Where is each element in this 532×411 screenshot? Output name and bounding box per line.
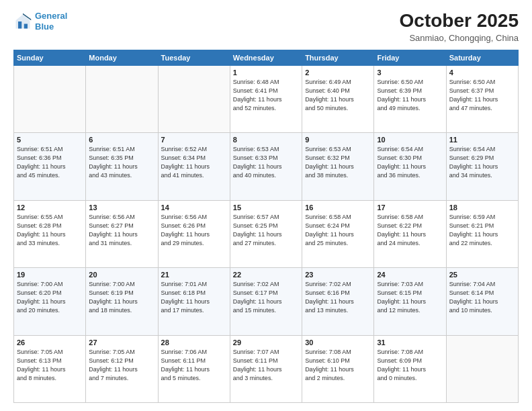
day-number: 18	[449, 203, 515, 212]
day-info: Sunrise: 6:49 AM Sunset: 6:40 PM Dayligh…	[305, 78, 371, 113]
day-cell: 20Sunrise: 7:00 AM Sunset: 6:19 PM Dayli…	[86, 268, 158, 335]
day-cell: 17Sunrise: 6:58 AM Sunset: 6:22 PM Dayli…	[374, 200, 446, 267]
day-info: Sunrise: 7:06 AM Sunset: 6:11 PM Dayligh…	[161, 348, 227, 383]
weekday-header-monday: Monday	[86, 50, 158, 65]
day-number: 21	[161, 271, 227, 279]
day-cell: 22Sunrise: 7:02 AM Sunset: 6:17 PM Dayli…	[230, 268, 302, 335]
day-number: 11	[449, 136, 515, 144]
day-number: 20	[89, 271, 154, 279]
day-number: 19	[17, 271, 83, 279]
day-info: Sunrise: 6:54 AM Sunset: 6:30 PM Dayligh…	[377, 145, 443, 180]
day-cell: 28Sunrise: 7:06 AM Sunset: 6:11 PM Dayli…	[158, 335, 230, 402]
week-row-1: 1Sunrise: 6:48 AM Sunset: 6:41 PM Daylig…	[14, 65, 519, 132]
day-number: 6	[89, 136, 154, 144]
day-cell: 7Sunrise: 6:52 AM Sunset: 6:34 PM Daylig…	[158, 133, 230, 200]
day-cell: 15Sunrise: 6:57 AM Sunset: 6:25 PM Dayli…	[230, 200, 302, 267]
day-number: 15	[233, 203, 299, 212]
day-number: 13	[89, 203, 154, 212]
day-info: Sunrise: 7:00 AM Sunset: 6:19 PM Dayligh…	[89, 280, 154, 315]
day-number: 25	[449, 271, 515, 279]
week-row-4: 19Sunrise: 7:00 AM Sunset: 6:20 PM Dayli…	[14, 268, 519, 335]
day-cell: 24Sunrise: 7:03 AM Sunset: 6:15 PM Dayli…	[374, 268, 446, 335]
day-info: Sunrise: 7:05 AM Sunset: 6:12 PM Dayligh…	[89, 348, 154, 383]
day-info: Sunrise: 6:59 AM Sunset: 6:21 PM Dayligh…	[449, 213, 515, 248]
day-info: Sunrise: 7:04 AM Sunset: 6:14 PM Dayligh…	[449, 280, 515, 315]
day-cell	[446, 335, 518, 402]
logo-text: General Blue	[35, 11, 67, 32]
day-info: Sunrise: 6:58 AM Sunset: 6:22 PM Dayligh…	[377, 213, 443, 248]
day-number: 2	[305, 68, 371, 77]
day-info: Sunrise: 6:50 AM Sunset: 6:39 PM Dayligh…	[377, 78, 443, 113]
day-cell: 31Sunrise: 7:08 AM Sunset: 6:09 PM Dayli…	[374, 335, 446, 402]
day-number: 24	[377, 271, 443, 279]
day-info: Sunrise: 6:48 AM Sunset: 6:41 PM Dayligh…	[233, 78, 299, 113]
day-info: Sunrise: 6:53 AM Sunset: 6:32 PM Dayligh…	[305, 145, 371, 180]
day-number: 28	[161, 338, 227, 347]
weekday-header-wednesday: Wednesday	[230, 50, 302, 65]
day-info: Sunrise: 6:53 AM Sunset: 6:33 PM Dayligh…	[233, 145, 299, 180]
day-info: Sunrise: 7:00 AM Sunset: 6:20 PM Dayligh…	[17, 280, 83, 315]
week-row-3: 12Sunrise: 6:55 AM Sunset: 6:28 PM Dayli…	[14, 200, 519, 267]
day-cell: 27Sunrise: 7:05 AM Sunset: 6:12 PM Dayli…	[86, 335, 158, 402]
day-number: 29	[233, 338, 299, 347]
calendar-table: SundayMondayTuesdayWednesdayThursdayFrid…	[13, 50, 519, 403]
day-cell: 23Sunrise: 7:02 AM Sunset: 6:16 PM Dayli…	[302, 268, 374, 335]
day-cell	[14, 65, 86, 132]
day-info: Sunrise: 6:56 AM Sunset: 6:26 PM Dayligh…	[161, 213, 227, 248]
day-number: 22	[233, 271, 299, 279]
day-number: 31	[377, 338, 443, 347]
day-cell	[158, 65, 230, 132]
day-info: Sunrise: 7:07 AM Sunset: 6:11 PM Dayligh…	[233, 348, 299, 383]
weekday-header-friday: Friday	[374, 50, 446, 65]
day-cell: 10Sunrise: 6:54 AM Sunset: 6:30 PM Dayli…	[374, 133, 446, 200]
day-number: 16	[305, 203, 371, 212]
day-info: Sunrise: 7:01 AM Sunset: 6:18 PM Dayligh…	[161, 280, 227, 315]
day-cell: 1Sunrise: 6:48 AM Sunset: 6:41 PM Daylig…	[230, 65, 302, 132]
day-info: Sunrise: 7:03 AM Sunset: 6:15 PM Dayligh…	[377, 280, 443, 315]
location-subtitle: Sanmiao, Chongqing, China	[400, 33, 519, 43]
day-info: Sunrise: 6:50 AM Sunset: 6:37 PM Dayligh…	[449, 78, 515, 113]
day-cell: 29Sunrise: 7:07 AM Sunset: 6:11 PM Dayli…	[230, 335, 302, 402]
day-cell: 16Sunrise: 6:58 AM Sunset: 6:24 PM Dayli…	[302, 200, 374, 267]
day-info: Sunrise: 6:56 AM Sunset: 6:27 PM Dayligh…	[89, 213, 154, 248]
day-number: 5	[17, 136, 83, 144]
day-info: Sunrise: 6:52 AM Sunset: 6:34 PM Dayligh…	[161, 145, 227, 180]
day-cell: 5Sunrise: 6:51 AM Sunset: 6:36 PM Daylig…	[14, 133, 86, 200]
day-info: Sunrise: 6:51 AM Sunset: 6:36 PM Dayligh…	[17, 145, 83, 180]
day-number: 3	[377, 68, 443, 77]
day-info: Sunrise: 7:08 AM Sunset: 6:09 PM Dayligh…	[377, 348, 443, 383]
svg-marker-1	[16, 14, 30, 28]
day-number: 12	[17, 203, 83, 212]
day-cell: 12Sunrise: 6:55 AM Sunset: 6:28 PM Dayli…	[14, 200, 86, 267]
day-cell: 30Sunrise: 7:08 AM Sunset: 6:10 PM Dayli…	[302, 335, 374, 402]
weekday-header-tuesday: Tuesday	[158, 50, 230, 65]
day-cell: 9Sunrise: 6:53 AM Sunset: 6:32 PM Daylig…	[302, 133, 374, 200]
day-cell: 3Sunrise: 6:50 AM Sunset: 6:39 PM Daylig…	[374, 65, 446, 132]
day-info: Sunrise: 7:02 AM Sunset: 6:17 PM Dayligh…	[233, 280, 299, 315]
day-info: Sunrise: 6:58 AM Sunset: 6:24 PM Dayligh…	[305, 213, 371, 248]
day-number: 27	[89, 338, 154, 347]
page: General Blue October 2025 Sanmiao, Chong…	[0, 0, 532, 411]
day-cell: 18Sunrise: 6:59 AM Sunset: 6:21 PM Dayli…	[446, 200, 518, 267]
weekday-header-saturday: Saturday	[446, 50, 518, 65]
day-cell: 13Sunrise: 6:56 AM Sunset: 6:27 PM Dayli…	[86, 200, 158, 267]
month-title: October 2025	[400, 11, 519, 32]
day-cell	[86, 65, 158, 132]
day-number: 26	[17, 338, 83, 347]
day-info: Sunrise: 6:55 AM Sunset: 6:28 PM Dayligh…	[17, 213, 83, 248]
day-number: 9	[305, 136, 371, 144]
day-number: 1	[233, 68, 299, 77]
day-cell: 26Sunrise: 7:05 AM Sunset: 6:13 PM Dayli…	[14, 335, 86, 402]
weekday-header-thursday: Thursday	[302, 50, 374, 65]
day-cell: 4Sunrise: 6:50 AM Sunset: 6:37 PM Daylig…	[446, 65, 518, 132]
day-cell: 14Sunrise: 6:56 AM Sunset: 6:26 PM Dayli…	[158, 200, 230, 267]
day-cell: 8Sunrise: 6:53 AM Sunset: 6:33 PM Daylig…	[230, 133, 302, 200]
logo-line1: General	[35, 11, 67, 21]
day-info: Sunrise: 6:54 AM Sunset: 6:29 PM Dayligh…	[449, 145, 515, 180]
day-number: 7	[161, 136, 227, 144]
day-number: 23	[305, 271, 371, 279]
logo: General Blue	[13, 11, 67, 32]
day-number: 4	[449, 68, 515, 77]
day-number: 17	[377, 203, 443, 212]
day-number: 30	[305, 338, 371, 347]
